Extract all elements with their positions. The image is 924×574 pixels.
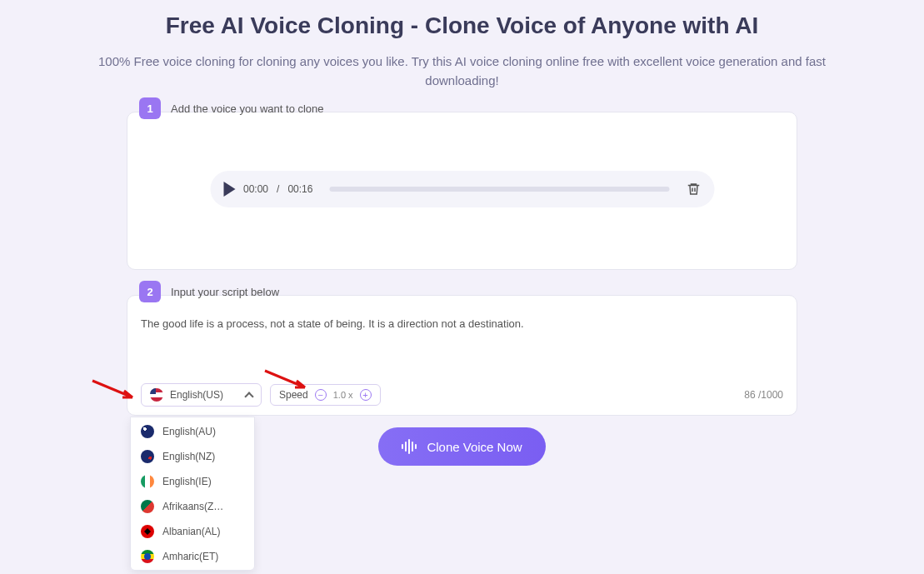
flag-ie-icon <box>141 475 154 488</box>
language-option-ie[interactable]: English(IE) <box>131 469 254 494</box>
language-option-al[interactable]: Albanian(AL) <box>131 519 254 544</box>
char-count: 86 /1000 <box>744 389 783 401</box>
arrow-annotation-1 <box>91 379 134 399</box>
audio-progress[interactable] <box>329 187 669 192</box>
audio-duration: 00:16 <box>287 183 312 195</box>
time-separator: / <box>277 183 279 195</box>
language-option-au[interactable]: English(AU) <box>131 419 254 444</box>
svg-rect-2 <box>408 439 410 454</box>
svg-rect-1 <box>405 442 407 452</box>
step2-card: 2 Input your script below The good life … <box>127 295 797 416</box>
language-dropdown[interactable]: English(AU) English(NZ) English(IE) Afri… <box>130 417 255 571</box>
step1-card: 1 Add the voice you want to clone 00:00/… <box>127 112 797 270</box>
clone-voice-button[interactable]: Clone Voice Now <box>378 427 545 466</box>
page-title: Free AI Voice Cloning - Clone Voice of A… <box>0 12 924 39</box>
svg-rect-3 <box>412 442 413 452</box>
step1-label: Add the voice you want to clone <box>171 102 324 115</box>
script-input[interactable]: The good life is a process, not a state … <box>141 311 783 330</box>
cta-label: Clone Voice Now <box>427 440 522 454</box>
flag-al-icon <box>141 525 154 538</box>
play-icon[interactable] <box>223 182 235 197</box>
flag-us-icon <box>150 388 163 402</box>
speed-label: Speed <box>279 389 308 401</box>
trash-icon[interactable] <box>686 181 701 197</box>
speed-minus-button[interactable]: − <box>315 389 327 401</box>
language-select[interactable]: English(US) <box>141 383 262 407</box>
flag-et-icon <box>141 550 154 563</box>
soundwave-icon <box>402 439 418 454</box>
svg-rect-0 <box>402 444 403 449</box>
language-option-et[interactable]: Amharic(ET) <box>131 544 254 569</box>
speed-plus-button[interactable]: + <box>360 389 372 401</box>
speed-value: 1.0 x <box>333 390 353 400</box>
page-subtitle: 100% Free voice cloning for cloning any … <box>96 52 829 90</box>
flag-au-icon <box>141 425 154 438</box>
svg-rect-4 <box>415 444 417 449</box>
audio-current-time: 00:00 <box>243 183 268 195</box>
language-option-nz[interactable]: English(NZ) <box>131 444 254 469</box>
flag-za-icon <box>141 500 154 513</box>
arrow-annotation-2 <box>263 369 307 389</box>
audio-player: 00:00/ 00:16 <box>210 171 714 207</box>
language-selected-label: English(US) <box>170 389 223 401</box>
step1-badge: 1 <box>139 97 161 119</box>
step2-label: Input your script below <box>171 286 279 298</box>
step2-badge: 2 <box>139 281 161 302</box>
chevron-up-icon <box>244 392 253 401</box>
flag-nz-icon <box>141 450 154 463</box>
language-option-za[interactable]: Afrikaans(Z… <box>131 494 254 519</box>
